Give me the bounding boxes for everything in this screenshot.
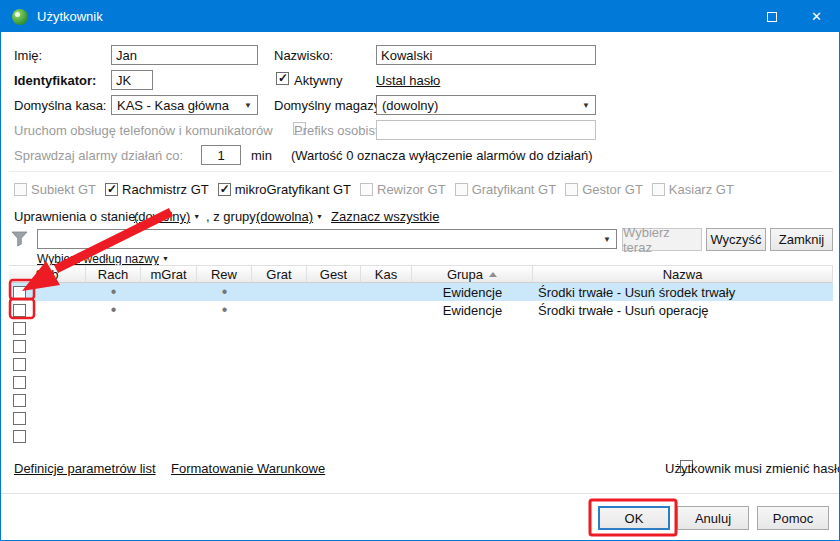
column-header-gest[interactable]: Gest: [307, 265, 361, 283]
app-icon-highlight: [15, 12, 20, 17]
cell-mgrat: [141, 373, 197, 391]
cell-sub: [9, 391, 86, 409]
cell-grat: [252, 373, 307, 391]
cell-kas: [361, 391, 412, 409]
cell-kas: [361, 301, 412, 319]
row-checkbox[interactable]: [13, 340, 26, 353]
row-checkbox[interactable]: [13, 412, 26, 425]
row-checkbox[interactable]: [13, 376, 26, 389]
title-bar[interactable]: Użytkownik ✕: [1, 1, 839, 32]
cell-sub: [9, 373, 86, 391]
wybierz-wedlug-droplink[interactable]: Wybierz według nazwy▼: [37, 252, 169, 266]
column-header-mgrat[interactable]: mGrat: [141, 265, 197, 283]
module-gratyfikant-gt: Gratyfikant GT: [455, 182, 557, 197]
row-checkbox[interactable]: [13, 286, 26, 299]
imie-input[interactable]: [111, 45, 258, 65]
table-row[interactable]: [9, 337, 833, 355]
row-checkbox[interactable]: [13, 430, 26, 443]
cell-rew: [197, 391, 252, 409]
table-row[interactable]: ••EwidencjeŚrodki trwałe - Usuń środek t…: [9, 283, 833, 301]
cell-kas: [361, 427, 412, 445]
cell-gest: [307, 319, 361, 337]
chevron-down-icon: ▼: [603, 235, 611, 244]
zamknij-button[interactable]: Zamknij: [770, 228, 833, 251]
module-mikrogratyfikant-gt[interactable]: mikroGratyfikant GT: [218, 182, 351, 197]
identyfikator-input[interactable]: [111, 70, 153, 90]
wyczysc-button[interactable]: Wyczyść: [706, 228, 766, 251]
module-checkbox[interactable]: [105, 183, 118, 196]
formatowanie-warunkowe-link[interactable]: Formatowanie Warunkowe: [171, 461, 325, 476]
permission-dot: •: [222, 305, 228, 315]
cell-nazwa: [533, 427, 833, 445]
row-checkbox[interactable]: [13, 304, 26, 317]
row-checkbox[interactable]: [13, 394, 26, 407]
column-header-rew[interactable]: Rew: [197, 265, 252, 283]
cell-grat: [252, 283, 307, 301]
wybierz-wedlug-label: Wybierz według nazwy: [37, 252, 159, 266]
cell-grupa: [412, 319, 533, 337]
domyslny-magazyn-combobox[interactable]: (dowolny) ▼: [376, 95, 596, 115]
group-droplink[interactable]: (dowolna)▼: [256, 209, 323, 224]
ok-button[interactable]: OK: [598, 506, 670, 530]
cell-grupa: [412, 355, 533, 373]
domyslny-magazyn-value: (dowolny): [382, 98, 438, 113]
aktywny-checkbox[interactable]: [276, 72, 289, 85]
cell-sub: [9, 301, 86, 319]
module-checkbox: [565, 183, 578, 196]
nazwisko-label: Nazwisko:: [274, 48, 333, 63]
column-header-label: Kas: [375, 267, 397, 282]
ustal-haslo-link[interactable]: Ustal hasło: [376, 73, 440, 88]
column-header-grat[interactable]: Grat: [252, 265, 307, 283]
cell-grupa: [412, 427, 533, 445]
table-row[interactable]: ••EwidencjeŚrodki trwałe - Usuń operację: [9, 301, 833, 319]
maximize-button[interactable]: [749, 1, 794, 32]
column-header-grupa[interactable]: Grupa: [412, 265, 533, 283]
module-label: Rachmistrz GT: [122, 182, 209, 197]
column-header-kas[interactable]: Kas: [361, 265, 412, 283]
table-row[interactable]: [9, 373, 833, 391]
cell-grupa: [412, 391, 533, 409]
cell-nazwa: [533, 337, 833, 355]
close-icon: ✕: [811, 10, 822, 23]
cell-nazwa: [533, 391, 833, 409]
filter-combobox[interactable]: ▼: [37, 229, 617, 249]
close-button[interactable]: ✕: [794, 1, 839, 32]
module-checkbox[interactable]: [218, 183, 231, 196]
state-droplink[interactable]: (dowolny)▼: [134, 209, 200, 224]
cell-grat: [252, 301, 307, 319]
cell-grupa: [412, 409, 533, 427]
column-header-rach[interactable]: Rach: [86, 265, 141, 283]
alarmy-hint: (Wartość 0 oznacza wyłączenie alarmów do…: [291, 148, 593, 163]
cell-nazwa: [533, 319, 833, 337]
module-rachmistrz-gt[interactable]: Rachmistrz GT: [105, 182, 209, 197]
zmien-haslo-label: Użytkownik musi zmienić hasło: [665, 461, 840, 476]
cell-sub: [9, 355, 86, 373]
app-icon: [12, 9, 28, 25]
table-row[interactable]: [9, 391, 833, 409]
row-checkbox[interactable]: [13, 322, 26, 335]
column-header-sub[interactable]: Sub: [9, 265, 86, 283]
cell-rach: [86, 337, 141, 355]
domyslna-kasa-combobox[interactable]: KAS - Kasa główna ▼: [111, 95, 258, 115]
table-row[interactable]: [9, 427, 833, 445]
cell-rew: [197, 409, 252, 427]
table-row[interactable]: [9, 409, 833, 427]
column-header-nazwa[interactable]: Nazwa: [533, 265, 833, 283]
table-row[interactable]: [9, 319, 833, 337]
zaznacz-wszystkie-link[interactable]: Zaznacz wszystkie: [331, 209, 439, 224]
identyfikator-label: Identyfikator:: [14, 73, 96, 88]
cell-mgrat: [141, 283, 197, 301]
filter-funnel-icon[interactable]: [11, 230, 29, 248]
cell-grat: [252, 427, 307, 445]
cell-grupa: Ewidencje: [412, 301, 533, 319]
module-checkbox: [14, 183, 27, 196]
cell-gest: [307, 283, 361, 301]
row-checkbox[interactable]: [13, 358, 26, 371]
modules-row: Subiekt GTRachmistrz GTmikroGratyfikant …: [14, 182, 743, 197]
anuluj-button[interactable]: Anuluj: [677, 506, 749, 530]
definicje-parametrow-link[interactable]: Definicje parametrów list: [14, 461, 156, 476]
nazwisko-input[interactable]: [376, 45, 596, 65]
pomoc-button[interactable]: Pomoc: [757, 506, 829, 530]
table-row[interactable]: [9, 355, 833, 373]
alarmy-unit-label: min: [251, 148, 272, 163]
